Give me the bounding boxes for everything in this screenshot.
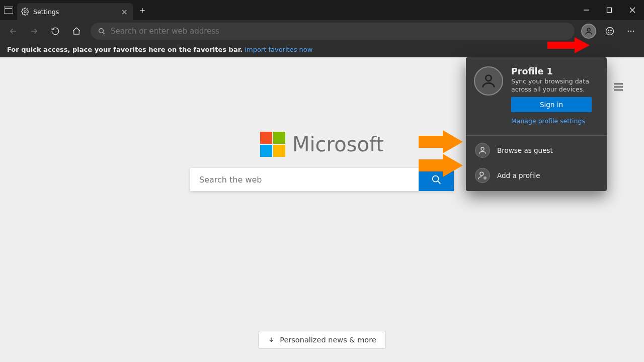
- profile-name: Profile 1: [511, 66, 599, 76]
- avatar-icon: [581, 24, 596, 39]
- browse-as-guest-item[interactable]: Browse as guest: [466, 138, 607, 163]
- svg-rect-4: [607, 8, 612, 13]
- title-bar: Settings × ＋: [0, 0, 644, 20]
- feedback-button[interactable]: [600, 21, 620, 41]
- close-window-button[interactable]: [621, 0, 644, 20]
- browse-as-guest-label: Browse as guest: [497, 146, 553, 154]
- add-profile-item[interactable]: Add a profile: [466, 163, 607, 191]
- annotation-arrow-profile: [547, 37, 590, 53]
- forward-button[interactable]: [24, 21, 44, 41]
- svg-point-17: [633, 31, 634, 32]
- minimize-button[interactable]: [575, 0, 598, 20]
- divider: [466, 135, 607, 136]
- web-search-bar: [190, 168, 454, 191]
- maximize-button[interactable]: [598, 0, 621, 20]
- sign-in-button[interactable]: Sign in: [511, 97, 592, 112]
- news-button-label: Personalized news & more: [280, 336, 376, 344]
- window-controls: [575, 0, 644, 20]
- web-search-input[interactable]: [190, 168, 419, 191]
- tab-close-button[interactable]: ×: [121, 7, 128, 17]
- chevron-down-icon: [268, 336, 275, 343]
- address-input[interactable]: [111, 27, 568, 36]
- address-bar[interactable]: [91, 23, 575, 40]
- svg-point-11: [587, 28, 590, 31]
- import-favorites-link[interactable]: Import favorites now: [245, 46, 312, 53]
- personalized-news-button[interactable]: Personalized news & more: [258, 331, 386, 349]
- search-icon: [98, 27, 106, 35]
- page-settings-button[interactable]: [613, 82, 624, 92]
- svg-line-27: [438, 181, 440, 184]
- svg-rect-0: [4, 7, 13, 14]
- svg-marker-25: [419, 154, 463, 177]
- svg-point-12: [606, 28, 614, 35]
- profile-avatar-large: [474, 66, 503, 96]
- brand-block: Microsoft: [260, 132, 384, 157]
- microsoft-logo-icon: [260, 132, 285, 157]
- svg-point-13: [608, 30, 609, 31]
- svg-marker-18: [547, 37, 590, 53]
- svg-point-14: [611, 30, 612, 31]
- svg-point-15: [628, 31, 629, 32]
- settings-menu-button[interactable]: [621, 21, 641, 41]
- annotation-arrow-add-profile: [419, 154, 463, 177]
- page-content: Profile 1 Sync your browsing data across…: [0, 57, 644, 362]
- favorites-hint: For quick access, place your favorites h…: [7, 46, 243, 53]
- add-profile-icon: [475, 168, 490, 183]
- add-profile-label: Add a profile: [497, 171, 540, 179]
- gear-icon: [21, 8, 29, 16]
- back-button[interactable]: [3, 21, 23, 41]
- home-button[interactable]: [66, 21, 87, 41]
- tab-title: Settings: [33, 8, 117, 16]
- app-icon: [0, 0, 17, 20]
- profile-popup: Profile 1 Sync your browsing data across…: [466, 57, 607, 191]
- refresh-button[interactable]: [45, 21, 65, 41]
- svg-point-9: [99, 29, 104, 33]
- svg-line-10: [103, 32, 104, 34]
- svg-point-16: [630, 31, 631, 32]
- svg-point-21: [480, 172, 484, 176]
- brand-word: Microsoft: [292, 133, 384, 156]
- svg-point-2: [24, 11, 26, 13]
- tab-settings[interactable]: Settings ×: [17, 3, 133, 20]
- annotation-arrow-guest: [419, 130, 463, 153]
- manage-profile-link[interactable]: Manage profile settings: [511, 117, 585, 125]
- svg-marker-24: [419, 130, 463, 153]
- guest-icon: [475, 143, 490, 158]
- svg-point-20: [481, 147, 484, 150]
- svg-point-19: [486, 75, 491, 81]
- svg-rect-1: [5, 8, 12, 9]
- profile-desc: Sync your browsing data across all your …: [511, 77, 599, 93]
- new-tab-button[interactable]: ＋: [135, 3, 150, 18]
